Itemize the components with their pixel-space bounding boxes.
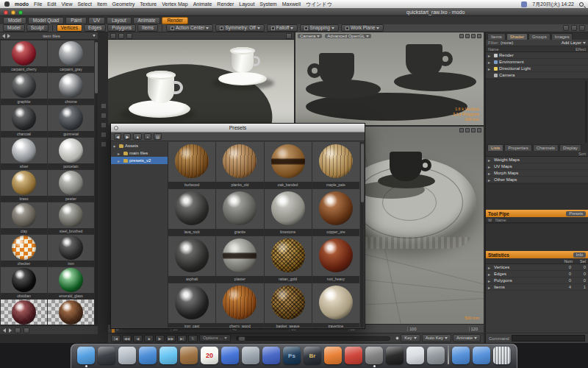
toolbar-dropdown[interactable]: Falloff — [267, 24, 298, 32]
preset-thumbnail[interactable]: cherry_wood — [216, 283, 263, 328]
panel-tab[interactable]: Images — [551, 33, 573, 40]
menu-item[interactable]: File — [34, 1, 42, 7]
menu-item[interactable]: Texture — [140, 1, 157, 7]
dock-icon[interactable]: 20 — [201, 347, 218, 364]
preset-thumbnail[interactable]: porcelain — [48, 138, 94, 169]
dock-icon[interactable] — [473, 347, 490, 364]
name-column-header[interactable]: Name — [495, 218, 506, 222]
preset-thumbnail[interactable]: iron_cast — [168, 283, 215, 328]
playback-button[interactable]: ▶| — [177, 335, 187, 342]
filter-value-dropdown[interactable]: (none) — [501, 40, 513, 45]
dock-icon[interactable] — [493, 347, 511, 364]
preset-thumbnail[interactable]: rust_heavy — [312, 236, 359, 283]
presets-toolbar-icon[interactable]: ▲ — [133, 133, 141, 140]
expand-caret-icon[interactable]: ▸ — [488, 164, 492, 169]
shader-tree-row[interactable]: Camera — [486, 72, 588, 79]
presets-window-titlebar[interactable]: Presets — [111, 124, 365, 132]
panel-tab[interactable]: Properties — [504, 144, 531, 151]
menu-item[interactable]: ウインドウ — [306, 1, 332, 8]
playback-button[interactable]: |◀ — [111, 335, 121, 342]
preset-thumbnail[interactable]: carpaint_cherry — [1, 40, 47, 72]
dock-icon[interactable] — [448, 345, 449, 364]
statistics-info-button[interactable]: Info — [573, 252, 586, 258]
playback-button[interactable]: ■ — [144, 335, 154, 342]
dock-icon[interactable] — [406, 347, 424, 364]
menu-item[interactable]: Edit — [47, 1, 56, 7]
presets-toolbar-icon[interactable]: + — [144, 133, 151, 140]
tool-pipe-presets-button[interactable]: Presets — [566, 211, 586, 216]
camera-gl-viewport[interactable]: Camera Advanced OpenGL 1.6 k Vertices3.1… — [295, 32, 484, 125]
dock-icon[interactable] — [386, 347, 404, 364]
map-list-row[interactable]: ▸ Weight Maps — [486, 157, 588, 163]
playback-button[interactable]: ▶ — [155, 335, 165, 342]
expand-caret-icon[interactable]: ▸ — [488, 53, 492, 58]
dock-icon[interactable] — [324, 347, 342, 364]
preset-thumbnail[interactable]: planks_old — [216, 142, 263, 188]
map-list-row[interactable]: ▸ Morph Maps — [486, 170, 588, 177]
panel-tab[interactable]: Items — [487, 33, 506, 40]
menu-item[interactable]: Geometry — [112, 1, 135, 7]
preset-thumbnail[interactable]: gunmetal — [48, 105, 94, 137]
preset-thumbnail[interactable]: emerald_glass — [48, 267, 94, 299]
preset-thumbnail[interactable]: lava_rock — [168, 189, 215, 236]
preset-thumbnail[interactable]: copper_ore — [312, 189, 359, 236]
scrollbar-thumb[interactable] — [361, 144, 364, 202]
layout-tab[interactable]: Render — [162, 17, 187, 24]
toolbar-dropdown[interactable]: Snapping — [300, 24, 338, 32]
dock-icon[interactable]: Ps — [283, 347, 301, 364]
expand-caret-icon[interactable]: ▸ — [488, 272, 492, 277]
num-column-header[interactable]: Num — [559, 259, 573, 263]
checkbox-icon[interactable] — [304, 26, 308, 30]
preset-thumbnail[interactable]: carpaint_gray — [48, 40, 94, 72]
toolbar-dropdown[interactable]: Action Center — [166, 24, 213, 32]
checkbox-icon[interactable] — [271, 26, 275, 30]
checkbox-icon[interactable] — [345, 26, 349, 30]
input-method-menu-icon[interactable] — [521, 1, 527, 7]
presets-window[interactable]: Presets ◀▶▲+▤ ▾ Assets ▸ main files ▸ pr… — [110, 123, 365, 329]
render-preview-viewport[interactable] — [108, 32, 294, 125]
preset-thumbnail[interactable]: limestone — [265, 189, 312, 236]
selection-mode-button[interactable]: Polygons — [107, 24, 136, 32]
checkbox-icon[interactable] — [171, 26, 174, 30]
viewport-camera-dropdown[interactable]: Camera — [298, 34, 322, 38]
dock-icon[interactable] — [345, 347, 362, 364]
dock-icon[interactable] — [139, 347, 157, 364]
toolbar-dropdown[interactable]: Work Plane — [341, 24, 384, 32]
preset-thumbnail[interactable]: rattan_gold — [265, 236, 312, 283]
toolbar-dropdown[interactable]: Symmetry: Off — [215, 24, 264, 32]
statistics-row[interactable]: ▸ Vertices 0 0 — [486, 264, 588, 271]
preset-panel-scrollbar[interactable] — [95, 40, 98, 325]
panel-scrollbar[interactable] — [585, 81, 587, 143]
selection-mode-button[interactable]: Items — [137, 24, 158, 32]
shader-tree-row[interactable]: ▸ Directional Light — [486, 66, 588, 72]
menu-item[interactable]: Item — [97, 1, 107, 7]
minimize-window-button[interactable] — [11, 10, 15, 15]
panel-tab[interactable]: Display — [559, 144, 581, 151]
preset-thumbnail[interactable]: steel_brushed — [48, 202, 94, 234]
gear-icon[interactable] — [579, 25, 585, 31]
maximize-viewport-icon[interactable] — [477, 128, 481, 132]
pen-tool-icon[interactable] — [101, 141, 107, 147]
dock-icon[interactable] — [159, 347, 177, 364]
effect-column-header[interactable]: Effect — [576, 47, 586, 52]
expand-caret-icon[interactable]: ▸ — [488, 171, 492, 176]
presets-toolbar-icon[interactable]: ◀ — [114, 133, 121, 140]
preset-thumbnail[interactable]: burlwood — [168, 142, 215, 188]
key-dropdown[interactable]: Key — [401, 334, 420, 342]
command-input[interactable] — [512, 335, 585, 342]
map-list-row[interactable]: ▸ Other Maps — [486, 177, 588, 183]
menubar-clock[interactable]: 7月20日(火) 14:22 — [532, 1, 574, 8]
preset-thumbnail[interactable]: brass — [1, 170, 47, 202]
grid-options-icon[interactable] — [563, 25, 569, 31]
menu-item[interactable]: Maxwell — [282, 1, 301, 7]
shader-tree-row[interactable]: ▸ Environment — [486, 59, 588, 66]
menu-item[interactable]: Select — [77, 1, 91, 7]
dock-icon[interactable] — [118, 347, 136, 364]
dock-icon[interactable] — [98, 347, 115, 364]
rotate-view-icon[interactable] — [459, 128, 464, 132]
dock-icon[interactable] — [262, 347, 280, 364]
playback-button[interactable]: ▶▶ — [166, 335, 176, 342]
dock-icon[interactable] — [452, 347, 470, 364]
preset-thumbnail[interactable]: checker — [1, 235, 47, 266]
spotlight-icon[interactable] — [579, 2, 584, 7]
